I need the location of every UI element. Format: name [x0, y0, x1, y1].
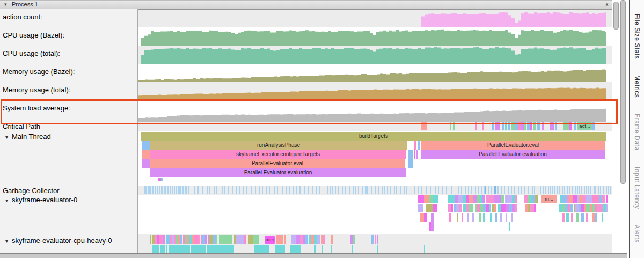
- critical-path-event[interactable]: [421, 122, 427, 130]
- gc-event-tick[interactable]: [299, 186, 301, 194]
- collapse-arrow-icon[interactable]: ▾: [5, 197, 8, 203]
- trace-slice[interactable]: [570, 204, 573, 212]
- trace-slice[interactable]: [565, 204, 568, 212]
- critical-path-event[interactable]: [555, 122, 557, 130]
- gc-event-tick[interactable]: [197, 186, 199, 194]
- trace-slice[interactable]: [457, 213, 458, 222]
- trace-slice[interactable]: [157, 245, 159, 253]
- trace-slice[interactable]: [323, 235, 325, 244]
- gc-event-tick[interactable]: [274, 186, 275, 194]
- critical-path-event[interactable]: [537, 122, 540, 130]
- critical-path-event[interactable]: [518, 122, 521, 130]
- trace-slice[interactable]: [377, 245, 378, 253]
- side-tab-frame-data[interactable]: Frame Data: [633, 114, 641, 150]
- side-tab-alerts[interactable]: Alerts: [633, 225, 641, 243]
- trace-slice[interactable]: [459, 204, 462, 212]
- gc-event-tick[interactable]: [259, 186, 260, 194]
- trace-slice[interactable]: [595, 213, 597, 222]
- trace-slice[interactable]: [236, 235, 239, 244]
- gc-event-tick[interactable]: [349, 186, 350, 194]
- gc-event-tick[interactable]: [488, 186, 489, 194]
- trace-slice[interactable]: [424, 213, 427, 222]
- gc-event-tick[interactable]: [335, 186, 336, 194]
- gc-event-tick[interactable]: [468, 186, 469, 194]
- trace-slice[interactable]: [219, 235, 232, 244]
- trace-slice[interactable]: [414, 141, 416, 150]
- critical-path-event[interactable]: [563, 122, 569, 130]
- side-tab-metrics[interactable]: Metrics: [633, 75, 641, 98]
- gc-event-tick[interactable]: [430, 186, 431, 194]
- critical-path-chip[interactable]: act...: [577, 122, 592, 130]
- trace-slice[interactable]: [375, 235, 376, 244]
- gc-event-tick[interactable]: [491, 186, 492, 194]
- gc-event-tick[interactable]: [209, 186, 210, 194]
- trace-slice[interactable]: [449, 213, 451, 222]
- trace-slice[interactable]: [495, 213, 497, 222]
- gc-event-tick[interactable]: [327, 186, 328, 194]
- gc-event-tick[interactable]: [586, 186, 587, 194]
- trace-slice[interactable]: [253, 235, 259, 244]
- gc-event-tick[interactable]: [338, 186, 339, 194]
- critical-path-event[interactable]: [492, 122, 494, 130]
- gc-event-tick[interactable]: [286, 186, 287, 194]
- gc-event-tick[interactable]: [375, 186, 376, 194]
- trace-slice[interactable]: [606, 204, 608, 212]
- gc-event-tick[interactable]: [179, 186, 180, 194]
- gc-event-tick[interactable]: [557, 186, 558, 194]
- gc-event-tick[interactable]: [475, 186, 476, 194]
- trace-slice-chip[interactable]: mer: [265, 236, 275, 244]
- trace-slice[interactable]: [576, 213, 579, 222]
- gc-event-tick[interactable]: [251, 186, 252, 194]
- gc-event-tick[interactable]: [421, 186, 422, 194]
- gc-event-tick[interactable]: [224, 186, 225, 194]
- gc-event-tick[interactable]: [485, 186, 486, 194]
- trace-slice[interactable]: [506, 213, 508, 222]
- gc-event-tick[interactable]: [342, 186, 343, 194]
- trace-slice-chip[interactable]: m...: [541, 195, 557, 203]
- critical-path-event[interactable]: [530, 122, 532, 130]
- gc-event-tick[interactable]: [222, 186, 223, 194]
- critical-path-event[interactable]: [505, 122, 507, 130]
- gc-event-tick[interactable]: [481, 186, 482, 194]
- trace-slice[interactable]: [142, 150, 150, 159]
- gc-event-tick[interactable]: [598, 186, 599, 194]
- trace-slice[interactable]: skyframeExecutor.configureTargets: [150, 150, 406, 159]
- gc-event-tick[interactable]: [367, 186, 368, 194]
- trace-slice[interactable]: [571, 213, 573, 222]
- gc-event-tick[interactable]: [584, 186, 585, 194]
- trace-slice[interactable]: [592, 213, 595, 222]
- trace-slice[interactable]: [431, 222, 434, 231]
- trace-slice[interactable]: [511, 213, 513, 222]
- trace-slice[interactable]: [471, 204, 473, 212]
- trace-slice[interactable]: [467, 213, 469, 222]
- gc-event-tick[interactable]: [174, 186, 175, 194]
- gc-event-tick[interactable]: [465, 186, 466, 194]
- gc-event-tick[interactable]: [308, 186, 309, 194]
- gc-event-tick[interactable]: [164, 186, 165, 194]
- critical-path-event[interactable]: [533, 122, 536, 130]
- gc-event-tick[interactable]: [406, 186, 407, 194]
- critical-path-event[interactable]: [453, 122, 455, 130]
- gc-event-tick[interactable]: [289, 186, 290, 194]
- gc-event-tick[interactable]: [497, 186, 499, 194]
- trace-slice[interactable]: [509, 222, 510, 231]
- gc-event-tick[interactable]: [554, 186, 555, 194]
- gc-event-tick[interactable]: [232, 186, 233, 194]
- gc-event-tick[interactable]: [153, 186, 154, 194]
- trace-slice[interactable]: [451, 204, 454, 212]
- gc-event-tick[interactable]: [202, 186, 203, 194]
- gc-event-tick[interactable]: [390, 186, 391, 194]
- trace-slice[interactable]: [462, 213, 463, 222]
- critical-path-event[interactable]: [574, 122, 576, 130]
- trace-slice[interactable]: [353, 235, 355, 244]
- trace-slice[interactable]: [198, 235, 200, 244]
- trace-slice[interactable]: runAnalysisPhase: [150, 141, 407, 150]
- trace-slice[interactable]: [296, 245, 297, 253]
- gc-event-tick[interactable]: [606, 186, 607, 194]
- gc-event-tick[interactable]: [353, 186, 354, 194]
- critical-path-event[interactable]: [502, 122, 504, 130]
- critical-path-event[interactable]: [482, 122, 484, 130]
- gc-event-tick[interactable]: [552, 186, 553, 194]
- gc-event-tick[interactable]: [293, 186, 294, 194]
- gc-event-tick[interactable]: [524, 186, 525, 194]
